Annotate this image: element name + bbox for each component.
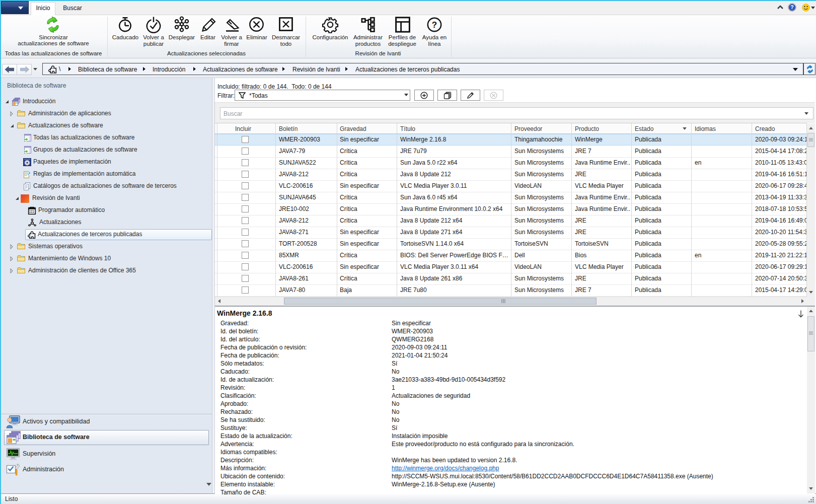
svg-text:?: ? (432, 20, 437, 30)
svg-text:?: ? (790, 4, 793, 10)
